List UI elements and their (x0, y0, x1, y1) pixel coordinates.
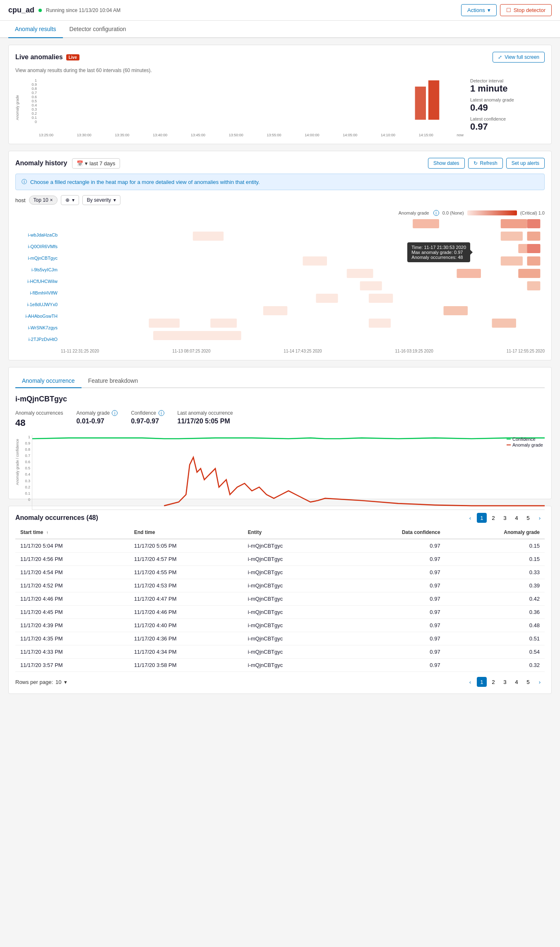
table-row: 11/17/20 4:39 PM 11/17/20 4:40 PM i-mQjn… (15, 619, 545, 632)
next-page-button[interactable]: › (535, 513, 545, 523)
entity-title: i-mQjnCBTgyc (15, 395, 545, 403)
bottom-page-4-button[interactable]: 4 (512, 677, 522, 687)
page-4-button[interactable]: 4 (512, 513, 522, 523)
sort-dropdown[interactable]: By severity ▾ (82, 195, 121, 205)
app-title: cpu_ad (8, 6, 34, 14)
heatmap-row-label-6[interactable]: i-1e8dUJWYx0 (15, 299, 61, 310)
bottom-prev-page-button[interactable]: ‹ (465, 677, 475, 687)
svg-rect-18 (527, 281, 540, 290)
occurrences-table-card: Anomaly occurrences (48) ‹ 1 2 3 4 5 › S… (8, 506, 552, 694)
cell-entity-8: i-mQjnCBTgyc (243, 645, 341, 659)
cell-confidence-5: 0.97 (340, 606, 445, 619)
heatmap-row-label-4[interactable]: i-HCfUHCWiIw (15, 275, 61, 287)
cell-end-7: 11/17/20 4:36 PM (129, 632, 243, 645)
bottom-page-1-button[interactable]: 1 (477, 677, 487, 687)
live-chart-area (38, 78, 464, 132)
cell-confidence-7: 0.97 (340, 632, 445, 645)
table-header-row: Anomaly occurrences (48) ‹ 1 2 3 4 5 › (15, 513, 545, 523)
fullscreen-icon: ⤢ (498, 54, 502, 60)
heatmap-label-spacer (15, 217, 61, 229)
cell-grade-5: 0.36 (445, 606, 545, 619)
page-3-button[interactable]: 3 (500, 513, 510, 523)
cell-entity-2: i-mQjnCBTgyc (243, 566, 341, 579)
refresh-button[interactable]: ↻ Refresh (468, 158, 503, 169)
col-end-time[interactable]: End time (129, 526, 243, 539)
host-label: host (15, 197, 26, 203)
table-row: 11/17/20 4:33 PM 11/17/20 4:34 PM i-mQjn… (15, 645, 545, 659)
bottom-page-5-button[interactable]: 5 (523, 677, 533, 687)
col-grade[interactable]: Anomaly grade (445, 526, 545, 539)
page-1-button[interactable]: 1 (477, 513, 487, 523)
tooltip-grade: Max anomaly grade: 0.97 (411, 250, 466, 255)
heatmap-row-label-8[interactable]: i-WrSNK7zgys (15, 322, 61, 333)
svg-rect-23 (149, 319, 180, 328)
occurrences-value: 48 (15, 418, 63, 428)
heatmap-row-label-9[interactable]: i-2TJPzDvHtO (15, 333, 61, 345)
live-anomalies-title: Live anomalies (15, 53, 63, 61)
tab-feature-breakdown[interactable]: Feature breakdown (82, 374, 145, 388)
heatmap-row-label-2[interactable]: i-mQjnCBTgyc (15, 252, 61, 264)
detector-info: Detector interval 1 minute Latest anomal… (470, 78, 545, 137)
metrics-row: Anomaly occurrences 48 Anomaly grade i 0… (15, 410, 545, 428)
bottom-page-2-button[interactable]: 2 (488, 677, 498, 687)
page-5-button[interactable]: 5 (523, 513, 533, 523)
host-dropdown[interactable]: ⊕ ▾ (61, 195, 79, 205)
grade-value: 0.01-0.97 (76, 418, 118, 425)
prev-page-button[interactable]: ‹ (465, 513, 475, 523)
grade-label: Anomaly grade i (76, 410, 118, 416)
table-row: 11/17/20 5:04 PM 11/17/20 5:05 PM i-mQjn… (15, 539, 545, 553)
setup-alerts-button[interactable]: Set up alerts (506, 158, 545, 169)
table-header-cols: Start time ↑ End time Entity Data confid… (15, 526, 545, 539)
cell-confidence-8: 0.97 (340, 645, 445, 659)
actions-button[interactable]: Actions ▾ (461, 4, 497, 16)
cell-end-1: 11/17/20 4:57 PM (129, 553, 243, 566)
cell-start-1: 11/17/20 4:56 PM (15, 553, 129, 566)
tab-anomaly-occurrence[interactable]: Anomaly occurrence (15, 374, 82, 388)
tab-anomaly-results[interactable]: Anomaly results (8, 21, 63, 38)
app-header: cpu_ad Running since 11/13/20 10:04 AM A… (0, 0, 560, 21)
svg-rect-19 (316, 294, 338, 303)
col-start-time[interactable]: Start time ↑ (15, 526, 129, 539)
table-title-area: Anomaly occurrences (48) (15, 514, 98, 522)
heatmap-cells: Time: 11-17 21:30:53 2020 Max anomaly gr… (61, 217, 545, 353)
history-actions: Show dates ↻ Refresh Set up alerts (428, 158, 545, 169)
show-dates-button[interactable]: Show dates (428, 158, 465, 169)
svg-rect-22 (444, 306, 468, 315)
tab-detector-configuration[interactable]: Detector configuration (63, 21, 133, 38)
svg-rect-7 (527, 232, 540, 241)
stop-detector-button[interactable]: ☐ Stop detector (500, 4, 552, 16)
confidence-info-icon[interactable]: i (159, 410, 164, 416)
bottom-next-page-button[interactable]: › (535, 677, 545, 687)
mini-chart-area: Anomaly grade / confidence 10.90.80.70.6… (15, 435, 545, 489)
chevron-down-icon[interactable]: ▾ (64, 679, 67, 685)
cell-confidence-2: 0.97 (340, 566, 445, 579)
heatmap-row-labels: i-wbJdaHzaCb i-Q0OIR6VMfs i-mQjnCBTgyc i… (15, 217, 61, 353)
table-row: 11/17/20 3:57 PM 11/17/20 3:58 PM i-mQjn… (15, 659, 545, 672)
date-range-selector[interactable]: 📅 ▾ last 7 days (72, 158, 120, 169)
cell-entity-5: i-mQjnCBTgyc (243, 606, 341, 619)
anomaly-legend: Anomaly grade (512, 442, 543, 447)
heatmap-row-label-3[interactable]: i-9ls5vyICJm (15, 264, 61, 275)
section-tabs: Anomaly occurrence Feature breakdown (15, 374, 545, 388)
grade-info-icon[interactable]: i (112, 410, 118, 416)
svg-rect-10 (527, 244, 540, 253)
heatmap-x-axis: 11-11 22:31:25 2020 11-13 08:07:25 2020 … (61, 349, 545, 353)
cell-end-0: 11/17/20 5:05 PM (129, 539, 243, 553)
bottom-page-3-button[interactable]: 3 (500, 677, 510, 687)
col-entity[interactable]: Entity (243, 526, 341, 539)
mini-y-axis: 10.90.80.70.6 0.50.40.30.20.10 (22, 435, 30, 510)
view-fullscreen-button[interactable]: ⤢ View full screen (493, 52, 545, 63)
latest-confidence-value: 0.97 (470, 121, 545, 132)
info-box: ⓘ Choose a filled rectangle in the heat … (15, 174, 545, 190)
top10-pill[interactable]: Top 10 × (29, 196, 58, 205)
nav-tabs: Anomaly results Detector configuration (0, 21, 560, 38)
svg-rect-26 (492, 319, 516, 328)
heatmap-row-label-0[interactable]: i-wbJdaHzaCb (15, 229, 61, 241)
page-2-button[interactable]: 2 (488, 513, 498, 523)
svg-rect-3 (501, 219, 527, 228)
heatmap-row-label-7[interactable]: i-AHAboGswTH (15, 310, 61, 322)
heatmap-row-label-1[interactable]: i-Q0OIR6VMfs (15, 241, 61, 252)
info-icon[interactable]: i (433, 210, 439, 216)
heatmap-row-label-5[interactable]: i-fIBmhHVIfW (15, 287, 61, 299)
col-confidence[interactable]: Data confidence (340, 526, 445, 539)
